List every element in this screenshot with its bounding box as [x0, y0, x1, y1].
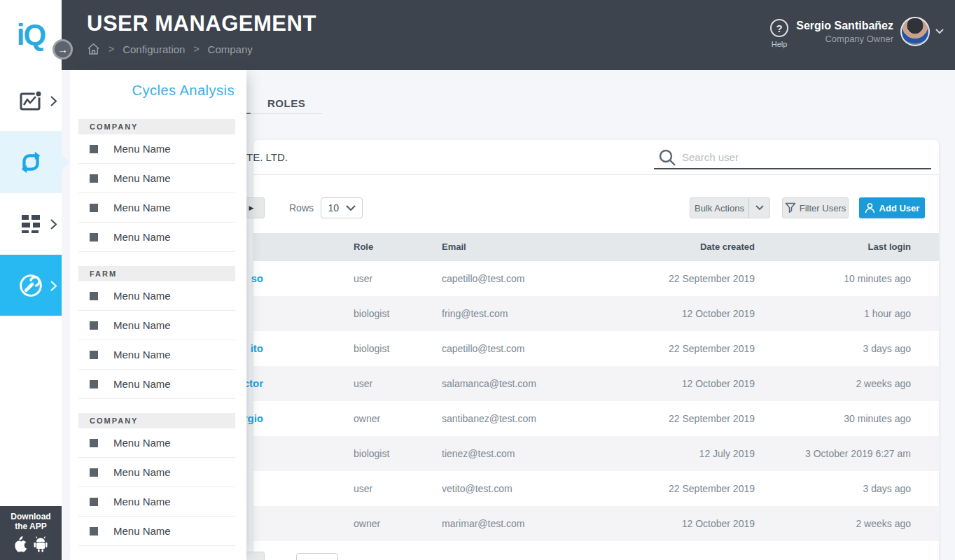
add-person-icon — [865, 203, 875, 214]
flyout-menu-item[interactable]: Menu Name — [78, 340, 235, 370]
cell-email: marimar@test.com — [442, 506, 524, 541]
square-bullet-icon — [90, 380, 98, 388]
search-input[interactable] — [682, 147, 920, 167]
apple-icon[interactable] — [13, 536, 27, 552]
sidebar-item-modules[interactable] — [0, 193, 62, 255]
cell-last-login: 3 days ago — [863, 471, 912, 506]
play-right-icon: ▶ — [249, 204, 254, 211]
sidebar-item-cycles-analysis[interactable] — [0, 132, 62, 193]
rows-per-page-select[interactable]: 10 — [321, 197, 363, 218]
breadcrumb-separator: > — [109, 43, 114, 55]
avatar[interactable] — [900, 17, 930, 46]
table-row[interactable]: itobiologistcapetillo@test.com22 Septemb… — [253, 331, 939, 366]
flyout-menu: COMPANYMenu NameMenu NameMenu NameMenu N… — [70, 119, 246, 560]
company-name: TE. LTD. — [246, 140, 288, 175]
flyout-menu-item[interactable]: Menu Name — [78, 428, 235, 458]
cell-last-login: 1 hour ago — [864, 296, 911, 331]
cell-role: biologist — [354, 296, 389, 331]
flyout-menu-item[interactable]: Menu Name — [78, 193, 235, 223]
cell-email: fring@test.com — [442, 296, 508, 331]
column-header-email: Email — [442, 233, 466, 261]
breadcrumb-item-company[interactable]: Company — [208, 43, 253, 55]
cell-date-created: 12 October 2019 — [682, 296, 755, 331]
flyout-item-label: Menu Name — [113, 378, 171, 390]
chevron-down-icon[interactable] — [748, 198, 769, 218]
table-row[interactable]: uservetito@test.com22 September 20193 da… — [253, 471, 939, 506]
sidebar-item-analytics[interactable] — [0, 70, 62, 132]
cycles-analysis-flyout: Cycles Analysis COMPANYMenu NameMenu Nam… — [70, 70, 246, 560]
app-logo[interactable]: iQ — [0, 0, 62, 70]
cell-date-created: 22 September 2019 — [669, 401, 755, 436]
play-right-icon: ▶ — [248, 557, 255, 560]
android-icon[interactable] — [33, 536, 48, 552]
cell-date-created: 12 October 2019 — [682, 506, 755, 541]
square-bullet-icon — [90, 204, 98, 212]
flyout-menu-item[interactable]: Menu Name — [78, 370, 235, 399]
square-bullet-icon — [90, 468, 98, 477]
help-label: Help — [770, 40, 788, 48]
flyout-section: COMPANYMenu NameMenu NameMenu NameMenu N… — [70, 413, 246, 546]
flyout-section-header: COMPANY — [78, 119, 235, 134]
bulk-actions-button[interactable]: Bulk Actions — [690, 197, 770, 218]
flyout-item-label: Menu Name — [113, 143, 171, 155]
search-icon — [658, 148, 676, 167]
company-header-row: TE. LTD. — [253, 140, 939, 175]
sidebar-item-settings[interactable] — [0, 255, 62, 316]
cell-last-login: 10 minutes ago — [844, 261, 911, 296]
flyout-menu-item[interactable]: Menu Name — [78, 281, 235, 311]
funnel-icon — [785, 202, 796, 214]
grid-icon — [18, 213, 43, 235]
rows-per-page-select-bottom[interactable] — [296, 553, 338, 560]
table-row[interactable]: ctorusersalamanca@test.com12 October 201… — [253, 366, 939, 401]
column-header-role: Role — [354, 233, 373, 261]
user-role: Company Owner — [796, 34, 893, 44]
cell-email: capetillo@test.com — [442, 331, 524, 366]
flyout-menu-item[interactable]: Menu Name — [78, 164, 235, 193]
filter-users-button[interactable]: Filter Users — [782, 197, 849, 218]
home-icon[interactable] — [87, 43, 100, 55]
flyout-section-header: FARM — [78, 266, 235, 281]
cycle-arrows-icon — [16, 148, 46, 177]
sidebar-collapse-button[interactable]: → — [53, 39, 73, 59]
sidebar: iQ — [0, 0, 62, 560]
tab-roles[interactable]: ROLES — [267, 97, 305, 109]
square-bullet-icon — [90, 233, 98, 241]
top-header: USER MANAGEMENT > Configuration > Compan… — [62, 0, 955, 70]
flyout-menu-item[interactable]: Menu Name — [78, 487, 235, 517]
table-row[interactable]: biologistfring@test.com12 October 20191 … — [253, 296, 939, 331]
flyout-menu-item[interactable]: Menu Name — [78, 134, 235, 164]
flyout-section: COMPANYMenu NameMenu NameMenu NameMenu N… — [70, 119, 246, 252]
flyout-section: FARMMenu NameMenu NameMenu NameMenu Name — [70, 266, 246, 399]
table-row[interactable]: biologisttienez@test.com12 July 20193 Oc… — [253, 436, 939, 471]
add-user-button[interactable]: Add User — [859, 197, 925, 218]
flyout-item-label: Menu Name — [113, 466, 171, 478]
wrench-circle-icon — [16, 271, 46, 300]
square-bullet-icon — [90, 174, 98, 183]
download-app-badge[interactable]: Download the APP — [0, 506, 62, 560]
cell-email: capetillo@test.com — [442, 261, 524, 296]
help-button[interactable]: ? Help — [770, 19, 788, 48]
flyout-item-label: Menu Name — [113, 437, 171, 449]
account-menu[interactable]: Sergio Santibañez Company Owner — [796, 17, 944, 46]
cell-last-login: 2 weeks ago — [856, 506, 911, 541]
cell-role: user — [354, 471, 372, 506]
flyout-item-label: Menu Name — [113, 172, 171, 184]
flyout-menu-item[interactable]: Menu Name — [78, 517, 235, 546]
breadcrumb-separator: > — [193, 43, 199, 55]
table-row[interactable]: rgioownersantibanez@test.com22 September… — [253, 401, 939, 436]
cell-email: tienez@test.com — [442, 436, 515, 471]
cell-date-created: 12 October 2019 — [682, 366, 755, 401]
chart-monitor-icon — [18, 88, 44, 113]
table-row[interactable]: sousercapetillo@test.com22 September 201… — [253, 261, 939, 296]
flyout-menu-item[interactable]: Menu Name — [78, 223, 235, 252]
flyout-menu-item[interactable]: Menu Name — [78, 458, 235, 487]
cell-email: santibanez@test.com — [442, 401, 536, 436]
chevron-right-icon — [50, 96, 57, 106]
chevron-right-icon — [50, 281, 57, 291]
breadcrumb-item-configuration[interactable]: Configuration — [123, 43, 185, 55]
cell-date-created: 22 September 2019 — [669, 261, 755, 296]
table-row[interactable]: ownermarimar@test.com12 October 20192 we… — [253, 506, 939, 541]
flyout-menu-item[interactable]: Menu Name — [78, 311, 235, 340]
table-header: Role Email Date created Last login — [253, 233, 939, 261]
download-label-line2: the APP — [0, 522, 62, 531]
